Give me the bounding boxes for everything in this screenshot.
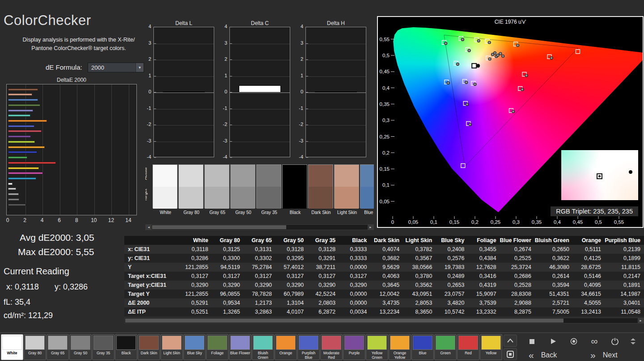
- table-cell: 0,4095: [573, 281, 605, 290]
- comparison-scrollbar[interactable]: ◄ ►: [145, 224, 374, 230]
- back-button-label: Back: [541, 351, 557, 359]
- toolbar-patch-green[interactable]: Green: [434, 334, 457, 360]
- table-cell: 0,0000: [339, 263, 370, 272]
- table-cell: 0,3290: [339, 281, 370, 290]
- cie-x-tick-label: 0,5: [595, 219, 602, 225]
- table-column-header: Black: [339, 236, 370, 245]
- comparison-scroll-track[interactable]: [152, 225, 368, 230]
- toolbar-patch-white[interactable]: White: [1, 334, 23, 360]
- toolbar-patch-yellow-green[interactable]: Yellow Green: [366, 334, 388, 360]
- patch-color-swatch: [71, 336, 90, 350]
- toolbar-patch-gray-80[interactable]: Gray 80: [24, 334, 46, 360]
- stop-button[interactable]: [523, 335, 540, 348]
- table-cell: 4,0107: [275, 307, 307, 316]
- toolbar-patch-red[interactable]: Red: [457, 334, 479, 360]
- delta-y-tick-label: 3: [293, 40, 303, 46]
- deltae-bar-blue-sky: [8, 99, 38, 101]
- table-cell: 0,3416: [468, 272, 500, 281]
- delta-y-tick: [306, 141, 308, 142]
- toolbar-patch-purple[interactable]: Purple: [343, 334, 365, 360]
- continuous-read-button[interactable]: ∞: [586, 335, 603, 348]
- toolbar-patch-bluish-green[interactable]: Bluish Green: [252, 334, 274, 360]
- table-scrollbar[interactable]: ►: [124, 318, 644, 323]
- comparison-patch-black: Black: [282, 164, 308, 215]
- play-icon: [551, 338, 556, 344]
- toolbar-patch-moderate-red[interactable]: Moderate Red: [320, 334, 343, 360]
- current-luminance-readout: cd/m²: 121,29: [4, 311, 53, 320]
- patch-swatch: [308, 164, 333, 208]
- table-cell: 0,2489: [436, 272, 468, 281]
- delta-chart-title: Delta C: [229, 20, 290, 26]
- delta-y-tick: [306, 43, 308, 44]
- toolbar-patch-orange-yellow[interactable]: Orange Yellow: [389, 334, 411, 360]
- delta-y-tick: [154, 59, 156, 60]
- scroll-right-icon[interactable]: ►: [368, 225, 373, 230]
- expand-button[interactable]: [627, 335, 639, 348]
- delta-y-tick: [306, 76, 308, 76]
- toolbar-patch-yellow[interactable]: Yellow: [480, 334, 502, 360]
- de-formula-dropdown[interactable]: 2000 ▼: [88, 63, 144, 72]
- table-cell: 0,3645: [370, 281, 403, 290]
- power-button[interactable]: [606, 335, 623, 348]
- table-cell: 96,0855: [212, 290, 244, 298]
- patch-button-label: Bluish Green: [252, 351, 274, 360]
- patch-button-label: Blue: [412, 351, 433, 360]
- scroll-left-icon[interactable]: ◄: [146, 225, 152, 230]
- triangle-up-down-icon: [631, 338, 636, 344]
- table-cell: 0,5146: [573, 272, 605, 281]
- comparison-scroll-thumb[interactable]: [152, 225, 286, 229]
- target-swatch: [360, 187, 374, 209]
- cie-x-tick-label: 0,05: [408, 219, 418, 225]
- patch-button-label: Blue Flower: [229, 351, 251, 360]
- delta-chart-title: Delta L: [153, 20, 214, 26]
- toolbar-patch-blue-sky[interactable]: Blue Sky: [183, 334, 206, 360]
- chevron-down-icon[interactable]: ▼: [136, 63, 144, 72]
- toolbar-patch-blue[interactable]: Blue: [411, 334, 434, 360]
- measured-marker: [469, 123, 471, 126]
- pattern-window-button[interactable]: [504, 348, 517, 360]
- comparison-patch-gray-50: Gray 50: [230, 164, 256, 215]
- back-button[interactable]: « Back: [529, 349, 582, 361]
- patch-label: Blue Sky: [360, 210, 374, 215]
- table-row-label: y: CIE31: [124, 254, 180, 263]
- table-scroll-right-icon[interactable]: ►: [638, 318, 644, 323]
- table-row-label: Y: [124, 263, 180, 272]
- delta-y-tick-label: -2: [293, 122, 303, 127]
- toolbar-patch-gray-65[interactable]: Gray 65: [47, 334, 69, 360]
- toolbar-patch-black[interactable]: Black: [115, 334, 137, 360]
- deltae-bar-gray-80: [8, 188, 16, 190]
- toolbar-patch-gray-35[interactable]: Gray 35: [92, 334, 114, 360]
- play-button[interactable]: [545, 335, 562, 348]
- toolbar-patch-blue-flower[interactable]: Blue Flower: [229, 334, 251, 360]
- toolbar-patch-foliage[interactable]: Foliage: [206, 334, 229, 360]
- table-cell: 0,3622: [535, 254, 573, 263]
- toolbar-patch-orange[interactable]: Orange: [275, 334, 297, 360]
- delta-gridline: [306, 109, 366, 109]
- table-scroll-thumb[interactable]: [125, 319, 564, 323]
- record-button[interactable]: [565, 335, 582, 348]
- table-cell: 0,2674: [500, 245, 535, 254]
- patch-label: Black: [282, 210, 308, 215]
- measured-marker: [512, 110, 515, 113]
- table-row-label: Target x:CIE31: [124, 272, 180, 281]
- comparison-patch-white: White: [153, 164, 178, 215]
- measured-marker: [499, 52, 502, 55]
- table-cell: 0,2525: [500, 254, 535, 263]
- toolbar-patch-gray-50[interactable]: Gray 50: [69, 334, 92, 360]
- patch-button-label: Gray 50: [70, 351, 91, 360]
- measured-marker: [456, 63, 459, 66]
- toolbar-patch-light-skin[interactable]: Light Skin: [161, 334, 183, 360]
- delta-y-tick-label: 2: [141, 56, 151, 62]
- next-button[interactable]: » Next: [590, 349, 640, 361]
- white-point-inset: [561, 150, 638, 200]
- table-cell: 0,3127: [244, 272, 275, 281]
- collapse-button[interactable]: [504, 335, 517, 347]
- toolbar-patch-dark-skin[interactable]: Dark Skin: [138, 334, 160, 360]
- delta-y-tick-label: 4: [141, 24, 151, 29]
- current-y-readout: y: 0,3286: [55, 282, 88, 292]
- toolbar-patch-purplish-blue[interactable]: Purplish Blue: [297, 334, 320, 360]
- table-scroll-track[interactable]: [125, 318, 638, 323]
- patch-button-label: Light Skin: [161, 351, 182, 360]
- table-cell: 0,3127: [275, 272, 307, 281]
- table-cell: 0,3333: [339, 245, 370, 254]
